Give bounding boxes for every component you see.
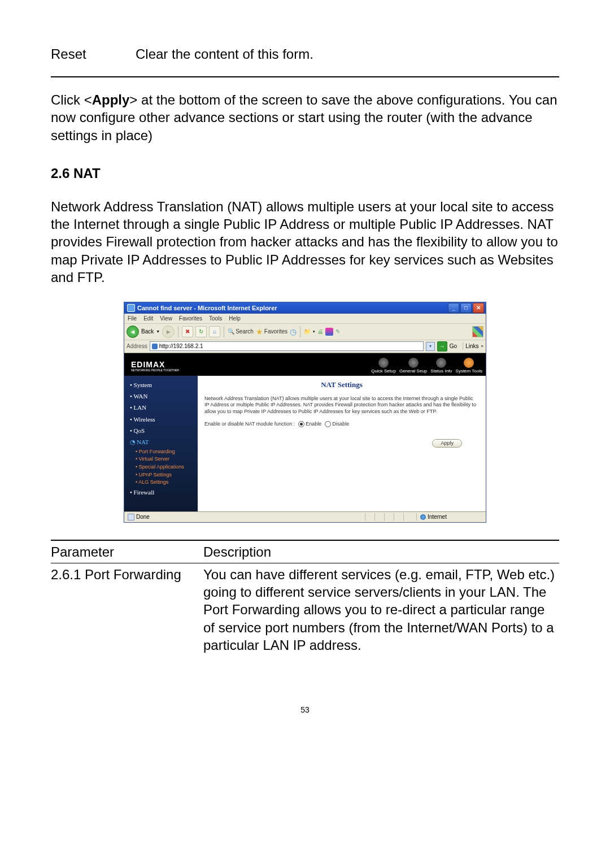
- menu-file[interactable]: File: [128, 315, 137, 322]
- address-dropdown[interactable]: ▾: [426, 342, 435, 351]
- table-header-description: Description: [203, 543, 271, 561]
- folder-icon[interactable]: 📁: [304, 328, 311, 335]
- status-done: Done: [136, 513, 150, 520]
- address-value: http://192.168.2.1: [159, 342, 203, 350]
- nat-settings-title: NAT Settings: [204, 380, 479, 390]
- parameter-table: Parameter Description 2.6.1 Port Forward…: [51, 540, 559, 654]
- windows-flag-icon: [472, 326, 483, 337]
- radio-disable[interactable]: Disable: [325, 421, 349, 428]
- ie-screenshot: Cannot find server - Microsoft Internet …: [124, 302, 486, 523]
- sidebar-sub-virtual-server[interactable]: Virtual Server: [124, 455, 198, 463]
- menu-tools[interactable]: Tools: [209, 315, 222, 322]
- back-label: Back: [141, 328, 154, 335]
- window-title: Cannot find server - Microsoft Internet …: [137, 304, 277, 312]
- globe-icon: [408, 358, 419, 368]
- page-number: 53: [51, 705, 559, 715]
- router-main-content: NAT Settings Network Address Translation…: [198, 376, 486, 511]
- radio-enable[interactable]: Enable: [298, 421, 321, 428]
- menu-favorites[interactable]: Favorites: [179, 315, 202, 322]
- ie-icon: [127, 304, 135, 312]
- menu-help[interactable]: Help: [229, 315, 241, 322]
- menubar: File Edit View Favorites Tools Help: [124, 314, 486, 324]
- sidebar-item-wan[interactable]: WAN: [124, 390, 198, 402]
- sidebar-item-qos[interactable]: QoS: [124, 425, 198, 436]
- mail-icon[interactable]: [325, 328, 333, 336]
- table-row-param: 2.6.1 Port Forwarding: [51, 566, 203, 654]
- nat-description-text: Network Address Translation (NAT) allows…: [51, 198, 559, 286]
- nav-quick-setup[interactable]: Quick Setup: [371, 358, 396, 374]
- address-label: Address: [127, 342, 147, 350]
- sidebar-item-lan[interactable]: LAN: [124, 402, 198, 413]
- internet-zone-icon: [420, 514, 426, 520]
- radio-dot-icon: [298, 421, 304, 427]
- sidebar-sub-special-applications[interactable]: Special Applications: [124, 463, 198, 471]
- maximize-button[interactable]: □: [460, 303, 472, 313]
- sidebar-item-wireless[interactable]: Wireless: [124, 414, 198, 425]
- back-button[interactable]: ◄: [127, 326, 139, 338]
- search-label[interactable]: Search: [236, 328, 254, 335]
- window-titlebar: Cannot find server - Microsoft Internet …: [124, 302, 486, 314]
- sidebar-sub-upnp-settings[interactable]: UPnP Settings: [124, 471, 198, 479]
- go-button[interactable]: →: [437, 341, 447, 351]
- sidebar-item-nat[interactable]: NAT: [124, 436, 198, 448]
- apply-button[interactable]: Apply: [432, 439, 462, 448]
- table-row-desc: You can have different services (e.g. em…: [203, 566, 559, 654]
- print-icon[interactable]: 🖨: [317, 328, 323, 335]
- favorites-label[interactable]: Favorites: [264, 328, 287, 335]
- toolbar: ◄ Back ▼ ► ✖ ↻ ⌂ 🔍 Search ★ Favorites ◷ …: [124, 324, 486, 340]
- table-header-parameter: Parameter: [51, 543, 203, 561]
- apply-instruction-text: Click <Apply> at the bottom of the scree…: [51, 91, 559, 144]
- close-button[interactable]: ✕: [473, 303, 484, 313]
- globe-icon: [436, 358, 446, 368]
- nav-system-tools[interactable]: System Tools: [456, 358, 482, 374]
- forward-button[interactable]: ►: [162, 326, 175, 338]
- links-label[interactable]: Links: [463, 342, 478, 350]
- globe-icon: [378, 358, 389, 368]
- edimax-tagline: NETWORKING PEOPLE TOGETHER: [131, 368, 179, 372]
- router-header: EDIMAX NETWORKING PEOPLE TOGETHER Quick …: [124, 353, 486, 376]
- search-icon: 🔍: [228, 328, 234, 335]
- favorites-icon: ★: [256, 327, 263, 337]
- history-icon[interactable]: ◷: [290, 327, 297, 337]
- tools-icon: [464, 358, 474, 368]
- section-heading-nat: 2.6 NAT: [51, 164, 559, 182]
- page-icon: [152, 344, 158, 349]
- sidebar-sub-alg-settings[interactable]: ALG Settings: [124, 479, 198, 487]
- stop-button[interactable]: ✖: [182, 326, 193, 337]
- sidebar-item-firewall[interactable]: Firewall: [124, 487, 198, 498]
- address-field[interactable]: http://192.168.2.1: [150, 341, 424, 351]
- nat-toggle-label: Enable or disable NAT module function :: [204, 421, 295, 428]
- refresh-button[interactable]: ↻: [195, 326, 207, 337]
- nav-general-setup[interactable]: General Seup: [399, 358, 427, 374]
- radio-dot-icon: [325, 421, 331, 427]
- status-bar: Done Internet: [124, 511, 486, 522]
- discuss-icon[interactable]: ✎: [336, 328, 340, 335]
- go-label: Go: [450, 342, 457, 350]
- menu-edit[interactable]: Edit: [143, 315, 153, 322]
- nat-settings-desc: Network Address Translation (NAT) allows…: [204, 396, 479, 415]
- sidebar-item-system[interactable]: System: [124, 379, 198, 390]
- home-button[interactable]: ⌂: [209, 326, 220, 337]
- reset-param-label: Reset: [51, 45, 136, 63]
- nav-status-info[interactable]: Status Info: [430, 358, 452, 374]
- minimize-button[interactable]: _: [448, 303, 459, 313]
- reset-param-desc: Clear the content of this form.: [136, 45, 559, 63]
- router-sidebar: System WAN LAN Wireless QoS NAT Port For…: [124, 376, 198, 511]
- sidebar-sub-port-forwarding[interactable]: Port Forwarding: [124, 448, 198, 456]
- address-bar: Address http://192.168.2.1 ▾ → Go Links …: [124, 340, 486, 353]
- menu-view[interactable]: View: [160, 315, 172, 322]
- page-icon: [128, 514, 134, 520]
- status-zone: Internet: [428, 513, 447, 520]
